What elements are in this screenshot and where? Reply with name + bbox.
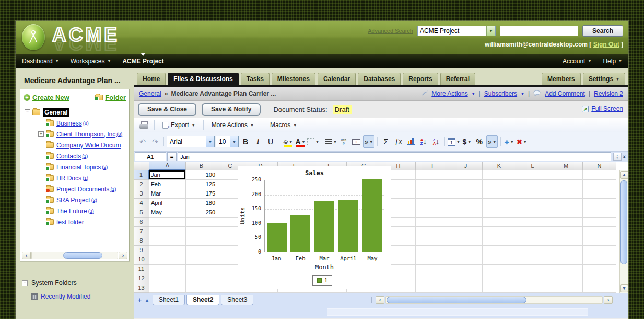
tree-item-label[interactable]: Financial Topics xyxy=(56,164,101,171)
vertical-scrollbar[interactable]: ▲ ▼ xyxy=(619,170,628,293)
cell-A4[interactable]: April xyxy=(149,199,186,208)
full-screen-link[interactable]: Full Screen xyxy=(591,105,623,112)
tab-members[interactable]: Members xyxy=(542,73,581,85)
cell-J1[interactable] xyxy=(449,170,483,180)
chevron-down-icon[interactable]: ▼ xyxy=(289,140,292,144)
row-header-8[interactable]: 8 xyxy=(134,236,149,246)
macros-button[interactable]: Macros ▼ xyxy=(267,120,300,130)
cell-J5[interactable] xyxy=(449,208,483,218)
tree-item-project-documents[interactable]: Project Documents(1) xyxy=(25,184,129,195)
cell-J2[interactable] xyxy=(449,180,483,189)
highlight-color-button[interactable]: ⬙ ▼ xyxy=(282,135,294,148)
cell-L3[interactable] xyxy=(516,189,549,199)
cell-N2[interactable] xyxy=(583,180,616,189)
chevron-down-icon[interactable]: ▼ xyxy=(523,140,527,144)
chevron-down-icon[interactable]: ▼ xyxy=(230,136,238,147)
cell-I5[interactable] xyxy=(416,208,449,218)
sheet-tab-sheet3[interactable]: Sheet3 xyxy=(221,295,253,305)
cell-J12[interactable] xyxy=(449,274,483,283)
scrollbar-track[interactable] xyxy=(31,252,118,259)
cell-M6[interactable] xyxy=(549,218,583,227)
cell-B2[interactable]: 125 xyxy=(186,180,217,189)
cell-L1[interactable] xyxy=(516,170,549,180)
add-comment-link[interactable]: Add Comment xyxy=(545,90,585,97)
search-input[interactable] xyxy=(500,26,578,36)
font-size-select[interactable]: 10 ▼ xyxy=(216,136,239,147)
tree-item-label[interactable]: Company Wide Docum xyxy=(56,142,121,149)
tab-milestones[interactable]: Milestones xyxy=(272,73,315,85)
cell-B6[interactable] xyxy=(186,218,217,227)
cell-M5[interactable] xyxy=(549,208,583,218)
cell-N1[interactable] xyxy=(583,170,616,180)
cell-I3[interactable] xyxy=(416,189,449,199)
tab-settings[interactable]: Settings▼ xyxy=(583,73,625,85)
nav-item-acme-project[interactable]: ACME Project xyxy=(122,58,163,65)
sheet-menu-button[interactable]: ▲ xyxy=(145,298,149,303)
cell-K7[interactable] xyxy=(483,227,516,236)
print-button[interactable] xyxy=(138,119,149,131)
cell-L12[interactable] xyxy=(516,274,549,283)
cell-J7[interactable] xyxy=(449,227,483,236)
cell-I4[interactable] xyxy=(416,199,449,208)
cell-I11[interactable] xyxy=(416,265,449,274)
tree-item-test-folder[interactable]: test folder xyxy=(25,217,129,227)
insert-chart-button[interactable] xyxy=(405,135,417,148)
chevron-down-icon[interactable]: ▼ xyxy=(493,140,496,144)
scrollbar-thumb[interactable] xyxy=(387,297,526,303)
tab-referral[interactable]: Referral xyxy=(440,73,475,85)
create-new-link[interactable]: + Create New xyxy=(24,94,69,101)
cell-A10[interactable] xyxy=(149,255,186,265)
insert-cells-button[interactable]: + ▼ xyxy=(504,135,515,148)
tab-reports[interactable]: Reports xyxy=(403,73,438,85)
cell-I9[interactable] xyxy=(416,246,449,255)
tree-item-company-wide-docum[interactable]: Company Wide Docum xyxy=(25,140,129,151)
tab-calendar[interactable]: Calendar xyxy=(318,73,356,85)
cell-reference-box[interactable]: A1 xyxy=(135,152,166,161)
chevron-down-icon[interactable]: ▼ xyxy=(302,140,306,144)
scrollbar-track[interactable] xyxy=(385,296,603,304)
cell-I12[interactable] xyxy=(416,274,449,283)
cell-A11[interactable] xyxy=(149,265,186,274)
tree-item-contacts[interactable]: Contacts(1) xyxy=(25,151,129,162)
font-color-button[interactable]: A ▼ xyxy=(295,135,306,148)
cell-M13[interactable] xyxy=(549,283,583,293)
add-folder-link[interactable]: Folder xyxy=(95,94,126,101)
cell-N13[interactable] xyxy=(583,283,616,293)
tree-item-label[interactable]: test folder xyxy=(56,219,84,226)
export-button[interactable]: Export ▼ xyxy=(159,120,198,130)
scroll-right-icon[interactable]: › xyxy=(604,296,613,304)
cell-M10[interactable] xyxy=(549,255,583,265)
cell-B12[interactable] xyxy=(186,274,217,283)
delete-cells-button[interactable]: ✖ ▼ xyxy=(516,135,528,148)
cell-I1[interactable] xyxy=(416,170,449,180)
tree-item-label[interactable]: The Future xyxy=(56,208,87,215)
align-button[interactable]: ▼ xyxy=(325,135,337,148)
chevron-down-icon[interactable]: ▼ xyxy=(456,140,460,144)
cell-K13[interactable] xyxy=(483,283,516,293)
cell-B8[interactable] xyxy=(186,236,217,246)
bold-button[interactable]: B xyxy=(240,135,251,148)
row-header-11[interactable]: 11 xyxy=(134,265,149,274)
chevron-down-icon[interactable]: ▼ xyxy=(486,26,495,36)
nav-item-workspaces[interactable]: Workspaces▼ xyxy=(71,58,111,65)
chevron-down-icon[interactable]: ▼ xyxy=(467,140,471,144)
scrollbar-thumb[interactable] xyxy=(620,180,627,264)
row-header-3[interactable]: 3 xyxy=(134,189,149,199)
scroll-right-icon[interactable]: › xyxy=(119,252,127,259)
row-header-1[interactable]: 1 xyxy=(134,170,149,180)
embedded-chart[interactable]: Sales Units JanFebMarAprilMay Month 1 05… xyxy=(238,166,391,289)
scroll-down-icon[interactable]: ▼ xyxy=(620,284,628,292)
cell-N4[interactable] xyxy=(583,199,616,208)
chevron-down-icon[interactable]: ▼ xyxy=(510,140,514,144)
cell-N8[interactable] xyxy=(583,236,616,246)
sign-out-link[interactable]: Sign Out xyxy=(593,41,619,48)
tree-item-label[interactable]: General xyxy=(43,108,69,117)
horizontal-scrollbar[interactable]: ‹ › xyxy=(371,295,613,304)
spinner-down-icon[interactable]: ▾ xyxy=(617,157,618,160)
recently-modified-link[interactable]: Recently Modified xyxy=(31,293,134,300)
more-actions-link[interactable]: More Actions xyxy=(431,90,467,97)
column-header-B[interactable]: B xyxy=(186,162,217,170)
cell-J3[interactable] xyxy=(449,189,483,199)
search-button[interactable]: Search xyxy=(582,25,623,37)
cell-I8[interactable] xyxy=(416,236,449,246)
